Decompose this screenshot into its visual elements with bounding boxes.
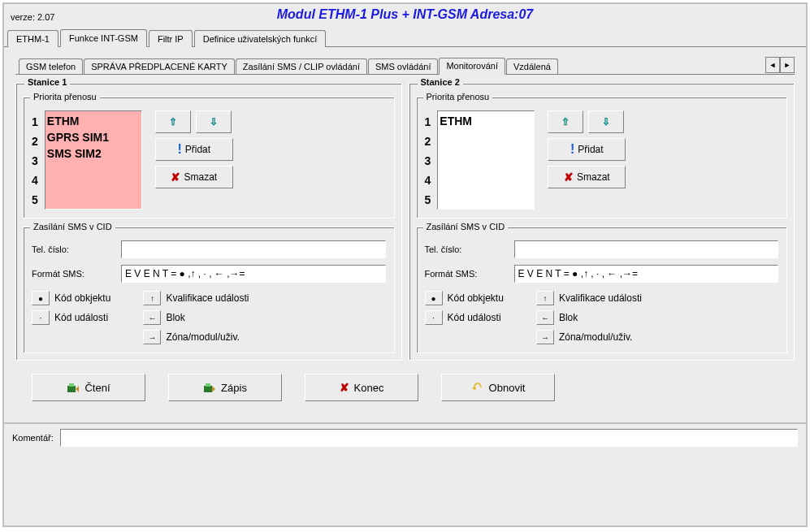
station-1-add-button[interactable]: !Přidat [155, 138, 233, 161]
inner-tab-monitorovani[interactable]: Monitorování [439, 58, 505, 75]
legend-evt-code: Kód události [54, 312, 108, 323]
tab-scroll-left[interactable]: ◄ [765, 57, 780, 73]
tab-funkce-int-gsm[interactable]: Funkce INT-GSM [60, 29, 147, 47]
station-2-tel-input[interactable] [514, 240, 779, 258]
station-1-sms-cid-label: Zasílání SMS v CID [30, 222, 115, 231]
legend-qual: Kvalifikace události [559, 292, 642, 304]
station-1-move-up-button[interactable]: ⇧ [155, 110, 191, 133]
station-1-move-down-button[interactable]: ⇩ [196, 110, 232, 133]
small-dot-icon: · [32, 310, 50, 325]
list-item[interactable]: GPRS SIM1 [47, 129, 140, 145]
list-item[interactable]: ETHM [440, 113, 532, 129]
write-icon [203, 381, 216, 394]
legend-blok: Blok [559, 312, 578, 323]
inner-tab-gsm-telefon[interactable]: GSM telefon [19, 58, 83, 74]
tab-ethm1[interactable]: ETHM-1 [7, 30, 58, 47]
station-1-format-input[interactable] [121, 265, 386, 283]
arrow-up-small-icon: ↑ [143, 291, 161, 305]
legend-evt-code: Kód události [448, 312, 501, 323]
station-1-priority-group: Priorita přenosu 1 2 3 4 5 ETHM GPRS SIM… [23, 97, 395, 218]
arrow-left-small-icon: ← [536, 310, 554, 325]
inner-tab-zasilani-sms-clip[interactable]: Zasílání SMS / CLIP ovládání [236, 58, 367, 74]
read-button[interactable]: Čtení [32, 374, 145, 401]
station-1-format-label: Formát SMS: [32, 269, 113, 279]
station-2-title: Stanice 2 [418, 77, 463, 87]
arrow-up-icon: ⇧ [561, 116, 570, 128]
station-2-priority-list[interactable]: ETHM [437, 110, 535, 210]
exclamation-icon: ! [570, 142, 574, 157]
station-2-move-down-button[interactable]: ⇩ [588, 110, 624, 133]
list-item[interactable]: SMS SIM2 [47, 145, 140, 162]
station-1-delete-button[interactable]: ✘Smazat [155, 166, 233, 188]
inner-tab-sms-ovladani[interactable]: SMS ovládání [368, 58, 438, 74]
legend-zone: Zóna/modul/uživ. [559, 331, 633, 343]
station-1-tel-input[interactable] [121, 240, 386, 258]
x-icon: ✘ [171, 171, 180, 184]
arrow-right-small-icon: → [536, 330, 554, 344]
comment-label: Komentář: [12, 433, 54, 443]
station-2-format-label: Formát SMS: [425, 269, 506, 279]
list-item[interactable]: ETHM [47, 113, 140, 129]
x-icon: ✘ [564, 171, 574, 184]
station-2-format-input[interactable] [514, 265, 779, 283]
station-1-priority-list[interactable]: ETHM GPRS SIM1 SMS SIM2 [45, 110, 142, 210]
svg-rect-2 [204, 386, 212, 392]
read-icon [67, 381, 80, 394]
arrow-up-small-icon: ↑ [536, 291, 554, 305]
svg-rect-1 [69, 383, 74, 387]
arrow-down-icon: ⇩ [602, 116, 610, 128]
exclamation-icon: ! [177, 142, 181, 157]
tab-scroll-right[interactable]: ► [780, 57, 795, 73]
station-2-sms-cid-group: Zasílání SMS v CID Tel. číslo: Formát SM… [416, 227, 788, 353]
arrow-left-small-icon: ← [143, 310, 161, 325]
main-tab-bar: ETHM-1 Funkce INT-GSM Filtr IP Definice … [4, 28, 806, 47]
x-icon: ✘ [340, 381, 349, 394]
svg-rect-3 [206, 383, 210, 387]
tab-definice-funkci[interactable]: Definice uživatelských funkcí [194, 30, 327, 47]
close-button[interactable]: ✘ Konec [305, 374, 418, 401]
station-2-number-column: 1 2 3 4 5 [425, 110, 431, 210]
station-1-group: Stanice 1 Priorita přenosu 1 2 3 4 5 ETH… [15, 83, 402, 361]
station-1-title: Stanice 1 [24, 77, 70, 87]
tab-filtr-ip[interactable]: Filtr IP [149, 30, 193, 47]
legend-obj-code: Kód obkjektu [54, 292, 110, 304]
dot-icon: ● [425, 291, 443, 305]
legend-blok: Blok [166, 312, 184, 323]
arrow-up-icon: ⇧ [169, 116, 177, 128]
station-2-move-up-button[interactable]: ⇧ [548, 110, 583, 133]
station-2-group: Stanice 2 Priorita přenosu 1 2 3 4 5 ETH… [409, 83, 795, 361]
station-2-tel-label: Tel. číslo: [425, 244, 506, 254]
arrow-down-icon: ⇩ [210, 116, 218, 128]
legend-qual: Kvalifikace události [166, 292, 249, 304]
inner-tab-bar: GSM telefon SPRÁVA PŘEDPLACENÉ KARTY Zas… [15, 57, 795, 75]
station-2-add-button[interactable]: !Přidat [548, 138, 626, 161]
station-2-sms-cid-label: Zasílání SMS v CID [423, 222, 509, 231]
svg-rect-0 [67, 386, 76, 392]
inner-tab-sprava-karty[interactable]: SPRÁVA PŘEDPLACENÉ KARTY [84, 58, 235, 74]
arrow-right-small-icon: → [143, 330, 161, 344]
station-2-priority-label: Priorita přenosu [423, 92, 493, 102]
refresh-icon [471, 381, 484, 394]
legend-zone: Zóna/modul/uživ. [166, 331, 240, 343]
station-2-priority-group: Priorita přenosu 1 2 3 4 5 ETHM [416, 97, 788, 218]
station-1-number-column: 1 2 3 4 5 [32, 110, 38, 210]
station-1-tel-label: Tel. číslo: [32, 244, 113, 254]
refresh-button[interactable]: Obnovit [441, 374, 555, 401]
small-dot-icon: · [425, 310, 443, 325]
station-2-delete-button[interactable]: ✘Smazat [548, 166, 626, 188]
station-1-priority-label: Priorita přenosu [30, 92, 100, 102]
inner-tab-vzdalena[interactable]: Vzdálená [506, 58, 558, 74]
station-1-sms-cid-group: Zasílání SMS v CID Tel. číslo: Formát SM… [23, 227, 395, 353]
write-button[interactable]: Zápis [168, 374, 282, 401]
dot-icon: ● [32, 291, 50, 305]
legend-obj-code: Kód obkjektu [448, 292, 504, 304]
comment-input[interactable] [60, 429, 798, 447]
